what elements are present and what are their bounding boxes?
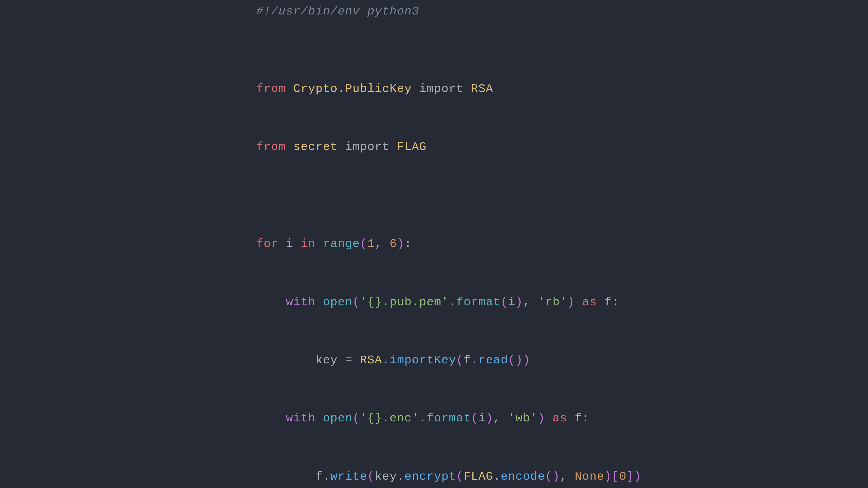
paren-open3: ( [501, 295, 508, 309]
code-container: #!/usr/bin/env python3 from Crypto.Publi… [209, 0, 659, 488]
paren-close3: ) [515, 295, 523, 309]
method-encrypt: encrypt [404, 470, 456, 483]
builtin-open1: open [323, 295, 352, 309]
class-flag2: FLAG [464, 470, 493, 483]
num-0: 0 [619, 470, 627, 483]
kw-as1: as [582, 295, 604, 309]
module-secret: secret [293, 140, 338, 154]
var-i1: i [286, 237, 301, 251]
paren-close10: ) [553, 470, 560, 483]
comma4: , [560, 470, 575, 483]
colon1: : [404, 237, 412, 251]
dot4: . [397, 470, 404, 483]
var-i3: i [478, 412, 486, 425]
str-rb: 'rb' [538, 295, 567, 309]
paren-open9: ( [456, 470, 464, 483]
line-fwrite: f.write(key.encrypt(FLAG.encode(), None)… [227, 448, 642, 488]
line-key-assign: key = RSA.importKey(f.read()) [227, 331, 642, 389]
paren-open6: ( [352, 412, 360, 425]
indent3 [256, 412, 286, 425]
line-with2: with open('{}.enc'.format(i), 'wb') as f… [227, 389, 642, 447]
indent1 [256, 295, 286, 309]
class-flag: FLAG [397, 140, 427, 154]
indent4: f [256, 470, 323, 483]
method-importkey: importKey [390, 354, 456, 367]
kw-none: None [575, 470, 604, 483]
dot5: . [493, 470, 501, 483]
dot1: . [382, 354, 390, 367]
module-crypto: Crypto.PublicKey [293, 82, 412, 96]
paren-close7: ) [486, 412, 493, 425]
var-f2: f [464, 354, 471, 367]
str-enc: '{}.enc' [360, 412, 419, 425]
paren-open1: ( [360, 237, 367, 251]
colon3: : [582, 412, 590, 425]
class-rsa: RSA [471, 82, 493, 96]
paren-close8: ) [634, 470, 642, 483]
shebang-comment: #!/usr/bin/env python3 [256, 5, 419, 18]
builtin-open2: open [323, 412, 352, 425]
kw-as2: as [553, 412, 575, 425]
kw-from2: from [256, 140, 293, 154]
line-import2: from secret import FLAG [227, 118, 642, 176]
method-read: read [478, 354, 508, 367]
comma3: , [493, 412, 508, 425]
sp2 [545, 412, 553, 425]
indent2: key [256, 354, 345, 367]
kw-from1: from [256, 82, 293, 96]
paren-close2: ) [567, 295, 575, 309]
method-encode: encode [501, 470, 545, 483]
var-f1: f [604, 295, 612, 309]
paren-open2: ( [352, 295, 360, 309]
paren-open4: ( [456, 354, 464, 367]
colon2: : [612, 295, 619, 309]
kw-in: in [301, 237, 323, 251]
line-shebang: #!/usr/bin/env python3 [227, 0, 642, 40]
var-i2: i [508, 295, 516, 309]
str-pub: '{}.pub.pem' [360, 295, 449, 309]
paren-close5: ) [515, 354, 523, 367]
paren-close9: ) [604, 470, 612, 483]
num-6: 6 [390, 237, 397, 251]
line-empty3 [227, 196, 642, 215]
method-format2: format [427, 412, 471, 425]
bracket-close1: ] [627, 470, 634, 483]
eq1: = [345, 354, 360, 367]
paren-open10: ( [545, 470, 553, 483]
paren-open5: ( [508, 354, 516, 367]
method-write: write [330, 470, 367, 483]
var-f3: f [575, 412, 582, 425]
paren-close1: ) [397, 237, 404, 251]
dot-format1: . [449, 295, 456, 309]
paren-open8: ( [367, 470, 375, 483]
kw-import1: import [412, 82, 471, 96]
bracket-open1: [ [612, 470, 619, 483]
method-format1: format [456, 295, 501, 309]
dot2: . [471, 354, 478, 367]
kw-import2: import [338, 140, 397, 154]
line-for: for i in range(1, 6): [227, 215, 642, 273]
class-rsa2: RSA [360, 354, 382, 367]
kw-with2: with [286, 412, 323, 425]
comma2: , [523, 295, 538, 309]
dot-format2: . [419, 412, 427, 425]
line-with1: with open('{}.pub.pem'.format(i), 'rb') … [227, 273, 642, 331]
comma1: , [375, 237, 390, 251]
str-wb: 'wb' [508, 412, 538, 425]
line-empty2 [227, 176, 642, 196]
dot3: . [323, 470, 331, 483]
var-key: key [375, 470, 397, 483]
builtin-range: range [323, 237, 360, 251]
paren-close4: ) [523, 354, 530, 367]
line-empty1 [227, 40, 642, 60]
kw-for: for [256, 237, 286, 251]
line-import1: from Crypto.PublicKey import RSA [227, 60, 642, 118]
kw-with1: with [286, 295, 323, 309]
paren-close6: ) [538, 412, 545, 425]
num-1: 1 [367, 237, 375, 251]
sp1 [575, 295, 582, 309]
paren-open7: ( [471, 412, 478, 425]
